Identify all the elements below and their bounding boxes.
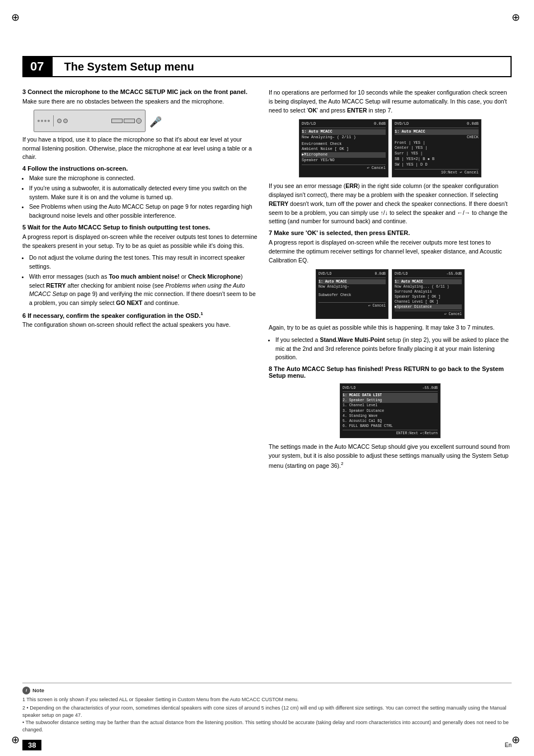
step6-section: 6 If necessary, confirm the speaker conf… — [22, 311, 257, 330]
osd2-footer: 10:Next ↩ Cancel — [395, 169, 479, 176]
osd-screen-analyzing-right: DVD/LD 0.0dB 1: Auto MCACC CHECK Front |… — [392, 119, 481, 177]
corner-mark-tl: ⊕ — [11, 11, 22, 22]
step7-bullet1: If you selected a Stand.Wave Multi-Point… — [275, 336, 512, 362]
step7-bullets: If you selected a Stand.Wave Multi-Point… — [275, 336, 512, 362]
osd1-row4: Speaker YES/NO — [302, 158, 386, 163]
step8-body: The settings made in the Auto MCACC Setu… — [269, 443, 512, 470]
fp-dot1 — [38, 120, 40, 122]
step7-intro: If no operations are performed for 10 se… — [269, 88, 512, 115]
step4-title: 4 Follow the instructions on-screen. — [22, 165, 257, 172]
step5-bullet2: With error messages (such as Too much am… — [29, 273, 257, 308]
fp-dot4 — [48, 120, 50, 122]
osd5-item5: 5. Acoustic Cal EQ — [343, 419, 438, 424]
osd5-header: DVD/LD –55.0dB — [343, 386, 438, 392]
step4-bullet2: If you're using a subwoofer, it is autom… — [29, 184, 257, 202]
osd4-row1: Surround Analysis — [395, 289, 462, 294]
chapter-number: 07 — [22, 56, 51, 77]
osd2-row-sb: SB | YES×2| B ● B — [395, 157, 479, 162]
note-label: i Note — [22, 687, 44, 694]
osd-row-1: DVD/LD 0.0dB 1: Auto MCACC Now Analyzing… — [269, 119, 512, 177]
osd3-spacer2 — [318, 298, 386, 301]
chapter-header: 07 The System Setup menu — [22, 56, 512, 77]
osd-row-2: DVD/LD 0.0dB 1: Auto MCACC Now Analyzing… — [269, 269, 512, 319]
step4-bullet3: See Problems when using the Auto MCACC S… — [29, 203, 257, 220]
osd3-footer: ↩ Cancel — [318, 302, 386, 308]
osd4-row2: Speaker System [ OK ] — [395, 294, 462, 299]
osd1-source: DVD/LD — [302, 121, 316, 127]
fp-right-controls — [111, 118, 142, 124]
osd5-item2: 1. Channel Level — [343, 403, 438, 408]
step8-section: 8 The Auto MCACC Setup has finished! Pre… — [269, 365, 512, 470]
osd4-title: 1: Auto MCACC — [395, 279, 462, 284]
osd2-source: DVD/LD — [395, 121, 409, 127]
chapter-title-box: The System Setup menu — [51, 56, 512, 77]
step4-bullets: Make sure the microphone is connected. I… — [29, 174, 257, 220]
step6-title: 6 If necessary, confirm the speaker conf… — [22, 311, 257, 319]
osd2-title: 1: Auto MCACC — [395, 129, 479, 135]
step3-title: 3 Connect the microphone to the MCACC SE… — [22, 88, 257, 95]
step3-body2: If you have a tripod, use it to place th… — [22, 135, 257, 162]
osd3-title: 1: Auto MCACC — [318, 279, 386, 284]
step4-section: 4 Follow the instructions on-screen. Mak… — [22, 165, 257, 220]
step8-sup: 2 — [341, 461, 343, 466]
step3-body: Make sure there are no obstacles between… — [22, 97, 257, 106]
osd5-source: DVD/LD — [343, 386, 355, 391]
fp-dot3 — [44, 120, 46, 122]
left-column: 3 Connect the microphone to the MCACC SE… — [22, 88, 257, 711]
osd5-footer: ENTER:Next ↩:Return — [343, 430, 438, 436]
osd3-header: DVD/LD 0.0dB — [318, 271, 386, 278]
osd2-row-front: Front | YES | — [395, 140, 479, 146]
fp-rect1 — [111, 119, 123, 123]
osd1-subtitle: Now Analyzing– ( 2/11 ) — [302, 135, 386, 140]
fp-knob2 — [63, 119, 68, 123]
fp-dot2 — [41, 120, 43, 122]
osd-screen-progress-right: DVD/LD –55.0dB 1: Auto MCACC Now Analyzi… — [392, 269, 465, 319]
osd4-row4: ▶Speaker Distance — [395, 304, 462, 309]
osd1-row1: Environment Check — [302, 142, 386, 147]
osd2-header: DVD/LD 0.0dB — [395, 121, 479, 128]
osd5-item6: 6. FULL BAND PHASE CTRL — [343, 424, 438, 429]
osd1-title: 1: Auto MCACC — [302, 129, 386, 135]
note-icon: i — [22, 687, 30, 694]
corner-mark-tr: ⊕ — [512, 11, 523, 22]
osd3-row1: Subwoofer Check — [318, 293, 386, 298]
page-number: 38 — [22, 740, 41, 750]
fp-rect2 — [124, 119, 135, 123]
fp-round-btn — [136, 118, 142, 124]
osd4-vol: –55.0dB — [447, 271, 462, 276]
step7-section: 7 Make sure 'OK' is selected, then press… — [269, 229, 512, 362]
osd1-row3: ▶Microphone — [302, 152, 386, 158]
step6-body: The configuration shown on-screen should… — [22, 321, 257, 330]
step7-error-note: If you see an error message (ERR) in the… — [269, 182, 512, 226]
step5-section: 5 Wait for the Auto MCACC Setup to finis… — [22, 224, 257, 308]
step5-body: A progress report is displayed on-screen… — [22, 233, 257, 251]
osd2-row-sw: SW | YES | D D — [395, 162, 479, 168]
front-panel-image: 🎤 — [34, 110, 146, 132]
step6-sup: 1 — [200, 311, 203, 316]
osd-screen-finished: DVD/LD –55.0dB 1: MCACC DATA LIST 2. Spe… — [340, 383, 441, 438]
osd2-row-surr: Surr | YES | — [395, 151, 479, 157]
osd-screen-analyzing-left: DVD/LD 0.0dB 1: Auto MCACC Now Analyzing… — [299, 119, 388, 177]
step7-title: 7 Make sure 'OK' is selected, then press… — [269, 229, 512, 236]
osd3-source: DVD/LD — [318, 271, 331, 276]
step5-title: 5 Wait for the Auto MCACC Setup to finis… — [22, 224, 257, 231]
note-item-2: 2 • Depending on the characteristics of … — [22, 705, 512, 719]
corner-mark-br: ⊕ — [512, 734, 523, 745]
osd2-vol: 0.0dB — [467, 121, 479, 127]
step4-bullet1: Make sure the microphone is connected. — [29, 174, 257, 183]
main-content: 3 Connect the microphone to the MCACC SE… — [22, 88, 512, 711]
osd1-footer: ↩ Cancel — [302, 165, 386, 171]
osd4-subtitle: Now Analyzing... ( 6/11 ) — [395, 284, 462, 289]
right-column: If no operations are performed for 10 se… — [269, 88, 512, 711]
osd-screen-progress-left: DVD/LD 0.0dB 1: Auto MCACC Now Analyzing… — [316, 269, 388, 319]
osd4-source: DVD/LD — [395, 271, 407, 276]
step5-bullets: Do not adjust the volume during the test… — [29, 253, 257, 308]
osd2-check-header: CHECK — [395, 135, 479, 140]
osd5-item1: 2. Speaker Setting — [343, 398, 438, 403]
mic-symbol: 🎤 — [149, 116, 162, 128]
osd3-vol: 0.0dB — [374, 271, 386, 276]
notes-section: i Note 1 This screen is only shown if yo… — [22, 683, 512, 734]
osd5-item4: 4. Standing Wave — [343, 414, 438, 419]
osd4-footer: ↩ Cancel — [395, 311, 462, 317]
note-item-3: • The subwoofer distance setting may be … — [22, 719, 512, 734]
